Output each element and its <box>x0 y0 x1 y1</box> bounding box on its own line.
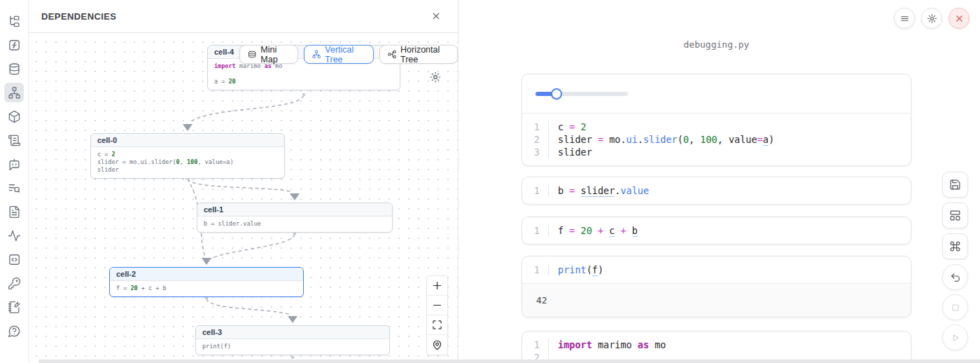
sidebar-item-dependencies[interactable] <box>4 83 24 102</box>
sidebar-item-file-tree[interactable] <box>4 11 24 31</box>
sidebar-item-outline[interactable] <box>4 202 24 221</box>
minus-icon <box>432 300 442 310</box>
locate-button[interactable] <box>427 335 447 355</box>
stop-button[interactable] <box>942 294 968 320</box>
graph-view-toolbar: Mini Map Vertical Tree Horizontal Tree <box>239 45 458 64</box>
menu-button[interactable] <box>894 8 915 29</box>
graph-node-title: cell-0 <box>91 134 284 147</box>
code-line: import marimo as mo <box>549 338 666 351</box>
sidebar-item-datasources[interactable] <box>4 59 24 78</box>
slider-widget[interactable] <box>536 88 628 100</box>
panel-title: DEPENDENCIES <box>41 11 116 22</box>
sidebar-item-tracing[interactable] <box>4 226 24 245</box>
settings-button[interactable] <box>921 8 942 29</box>
notebook-cell-b[interactable]: 1b = slider.value <box>522 177 911 205</box>
mini-map-button[interactable]: Mini Map <box>239 45 298 64</box>
dependencies-panel: DEPENDENCIES <box>28 0 458 363</box>
notebook-filename: debugging.py <box>522 39 911 50</box>
line-number: 1 <box>522 263 549 276</box>
cell-code-editor[interactable]: 1b = slider.value <box>522 177 911 204</box>
graph-node-code: f = 20 + c + b <box>110 281 303 296</box>
sidebar-item-chat[interactable] <box>4 154 24 174</box>
dependency-graph-canvas[interactable]: cell-4 import marimo as mo a = 20 cell-0… <box>29 33 458 363</box>
document-icon <box>8 205 21 219</box>
cell-code-editor[interactable]: 1print(f) <box>522 256 911 283</box>
line-number: 1 <box>522 224 549 237</box>
database-icon <box>8 62 21 76</box>
save-icon <box>949 179 961 191</box>
cell-output-area <box>522 74 911 114</box>
sidebar-item-packages[interactable] <box>4 107 24 126</box>
layout-panel-icon <box>949 210 961 221</box>
dependency-graph-icon <box>8 86 21 100</box>
dependencies-panel-header: DEPENDENCIES <box>29 0 458 33</box>
code-line: slider = mo.ui.slider(0, 100, value=a) <box>549 133 774 146</box>
code-line: slider <box>549 146 592 158</box>
notebook-cell-import[interactable]: 1import marimo as mo 2 <box>522 331 911 363</box>
file-tree-icon <box>8 15 21 28</box>
notebook-cell-slider[interactable]: 1c = 2 2slider = mo.ui.slider(0, 100, va… <box>522 74 911 166</box>
play-icon <box>950 332 961 343</box>
notebook-action-rail <box>942 172 968 355</box>
layout-button[interactable] <box>942 203 968 228</box>
graph-node-cell-3[interactable]: cell-3 print(f) <box>195 325 390 355</box>
gear-icon <box>429 71 442 83</box>
notebook-cell-f[interactable]: 1f = 20 + c + b <box>522 217 911 245</box>
save-button[interactable] <box>942 172 968 198</box>
notebook-area: debugging.py 1c = 2 2slider = mo.ui.slid… <box>459 0 980 363</box>
menu-icon <box>899 13 910 24</box>
code-line: print(f) <box>549 263 603 276</box>
line-number: 1 <box>522 184 549 197</box>
zoom-out-button[interactable] <box>427 296 447 315</box>
scratchpad-icon <box>8 301 21 314</box>
cell-console-output: 42 <box>522 283 911 317</box>
sidebar-item-logs[interactable] <box>4 178 24 198</box>
horizontal-tree-icon <box>388 49 396 60</box>
function-icon <box>8 39 21 52</box>
sidebar-item-secrets[interactable] <box>4 273 24 293</box>
graph-node-cell-1[interactable]: cell-1 b = slider.value <box>197 203 393 233</box>
shutdown-button[interactable] <box>948 8 969 29</box>
sidebar-item-documentation[interactable] <box>4 130 24 150</box>
vertical-tree-button[interactable]: Vertical Tree <box>304 45 374 64</box>
horizontal-tree-button[interactable]: Horizontal Tree <box>379 45 458 64</box>
zoom-in-button[interactable] <box>427 276 447 296</box>
graph-node-title: cell-1 <box>197 203 392 217</box>
close-panel-button[interactable] <box>428 8 444 24</box>
fit-view-button[interactable] <box>427 315 447 335</box>
slider-thumb[interactable] <box>551 88 562 100</box>
log-search-icon <box>8 182 21 195</box>
gear-icon <box>927 13 937 24</box>
run-button[interactable] <box>942 324 968 350</box>
graph-node-code: print(f) <box>196 339 389 355</box>
cell-code-editor[interactable]: 1import marimo as mo 2 <box>522 331 911 363</box>
scroll-icon <box>8 134 21 147</box>
button-label: Vertical Tree <box>325 45 365 64</box>
vertical-tree-icon <box>312 49 321 60</box>
sidebar-item-snippets[interactable] <box>4 249 24 269</box>
helper-panel-rail <box>0 0 28 363</box>
graph-node-title: cell-3 <box>196 326 389 339</box>
code-line: f = 20 + c + b <box>549 224 638 237</box>
cell-code-editor[interactable]: 1c = 2 2slider = mo.ui.slider(0, 100, va… <box>522 114 911 165</box>
notebook-cell-print[interactable]: 1print(f) 42 <box>522 256 911 317</box>
map-pin-icon <box>432 340 442 350</box>
graph-node-cell-0[interactable]: cell-0 c = 2 slider = mo.ui.slider(0, 10… <box>90 133 285 179</box>
sidebar-item-function[interactable] <box>4 35 24 55</box>
button-label: Horizontal Tree <box>400 45 449 64</box>
undo-icon <box>950 272 961 283</box>
close-icon <box>431 11 441 21</box>
line-number: 1 <box>522 121 549 133</box>
key-icon <box>8 277 21 290</box>
plus-icon <box>432 280 442 291</box>
undo-button[interactable] <box>942 264 968 290</box>
sidebar-item-help[interactable] <box>4 321 24 341</box>
sidebar-item-scratchpad[interactable] <box>4 297 24 317</box>
keyboard-shortcuts-button[interactable] <box>942 233 968 259</box>
graph-node-cell-2[interactable]: cell-2 f = 20 + c + b <box>109 267 304 297</box>
maximize-icon <box>432 320 442 330</box>
cell-code-editor[interactable]: 1f = 20 + c + b <box>522 217 911 244</box>
graph-node-code: c = 2 slider = mo.ui.slider(0, 100, valu… <box>91 147 284 178</box>
command-icon <box>949 240 961 252</box>
graph-settings-button[interactable] <box>429 71 442 83</box>
